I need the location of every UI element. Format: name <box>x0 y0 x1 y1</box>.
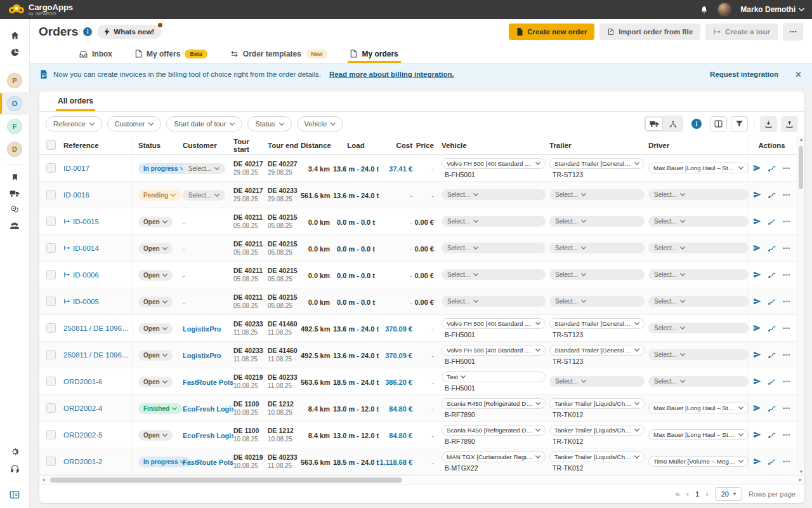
route-order-button[interactable] <box>768 431 776 439</box>
tab-my-offers[interactable]: My offersBeta <box>135 44 207 63</box>
sidebar-item-settings[interactable] <box>0 443 30 460</box>
prev-page-button[interactable]: ‹ <box>686 490 689 498</box>
vehicle-dropdown[interactable]: Volvo FH 500 [40t Standard Long Haul] <box>442 318 546 329</box>
status-chip[interactable]: Open <box>138 377 173 387</box>
import-order-button[interactable]: Import order from file <box>599 23 700 40</box>
vehicle-dropdown[interactable]: Scania R450 [Refrigerated Distribution] <box>442 425 546 436</box>
row-more-options-button[interactable]: ⋯ <box>783 324 791 333</box>
row-more-options-button[interactable]: ⋯ <box>783 351 791 359</box>
driver-select[interactable]: Select... <box>648 296 749 307</box>
order-reference-link[interactable]: ORD2002-5 <box>63 431 102 439</box>
trailer-select[interactable]: Select... <box>549 376 645 387</box>
order-reference-link[interactable]: ID-0014 <box>73 244 99 252</box>
filter-chip-start-date-of-tour[interactable]: Start date of tour <box>166 116 242 131</box>
row-more-options-button[interactable]: ⋯ <box>783 431 791 439</box>
orders-info-icon[interactable]: i <box>83 27 92 36</box>
select-all-checkbox[interactable] <box>46 140 56 150</box>
trailer-select[interactable]: Select... <box>549 296 645 307</box>
table-info-icon[interactable]: i <box>691 119 702 129</box>
send-order-button[interactable] <box>753 217 761 225</box>
driver-select[interactable]: Select... <box>648 189 749 200</box>
customer-link[interactable]: FastRoute Polska <box>183 458 233 466</box>
tab-inbox[interactable]: Inbox <box>79 44 112 63</box>
row-more-options-button[interactable]: ⋯ <box>783 190 791 199</box>
vehicle-select[interactable]: Select... <box>442 189 546 200</box>
vehicle-select[interactable]: Select... <box>442 243 546 253</box>
order-reference-link[interactable]: 250811 / DE 10969 - PL <box>63 324 133 332</box>
vehicle-dropdown[interactable]: MAN TGX [Curtainsider Regional] <box>442 451 546 462</box>
driver-dropdown[interactable]: Timo Müller [Volume – Mega Loads] <box>648 456 749 467</box>
status-chip[interactable]: Open <box>138 243 173 254</box>
columns-button[interactable] <box>710 116 727 132</box>
row-checkbox[interactable] <box>46 377 56 386</box>
sidebar-item-home[interactable] <box>0 27 30 44</box>
status-chip[interactable]: Open <box>138 430 173 441</box>
trailer-dropdown[interactable]: Tanker Trailer [Liquids/Chemicals] <box>549 398 645 409</box>
horizontal-scrollbar-thumb[interactable] <box>50 478 402 483</box>
cost-value[interactable]: 84.80 € <box>389 405 412 413</box>
cost-value[interactable]: 386.20 € <box>385 378 412 386</box>
order-reference-link[interactable]: ID-0015 <box>73 218 99 225</box>
upload-button[interactable] <box>781 116 798 132</box>
send-order-button[interactable] <box>753 457 761 465</box>
send-order-button[interactable] <box>753 431 761 439</box>
sidebar-item-team[interactable] <box>0 218 30 234</box>
sidebar-item-fleet[interactable] <box>0 185 30 201</box>
filter-button[interactable] <box>731 116 748 132</box>
order-reference-link[interactable]: ID-0006 <box>73 271 99 279</box>
vehicle-select[interactable]: Select... <box>442 216 546 227</box>
sidebar-item-reports[interactable] <box>0 44 30 61</box>
first-page-button[interactable]: « <box>675 490 679 498</box>
driver-select[interactable]: Select... <box>648 243 749 253</box>
row-more-options-button[interactable]: ⋯ <box>783 457 791 466</box>
customer-link[interactable]: EcoFresh Logistics <box>183 432 233 439</box>
route-order-button[interactable] <box>768 378 776 385</box>
order-reference-link[interactable]: 250811 / DE 10969 - PL <box>63 351 133 359</box>
sidebar-item-bookmarks[interactable] <box>0 169 30 185</box>
filter-chip-vehicle[interactable]: Vehicle <box>297 116 343 131</box>
row-more-options-button[interactable]: ⋯ <box>783 297 791 306</box>
driver-dropdown[interactable]: Max Bauer [Long Haul – Standard Cargo] <box>648 429 749 440</box>
sidebar-item-d-workspace[interactable]: D <box>0 138 30 161</box>
create-new-order-button[interactable]: Create new order <box>509 23 594 40</box>
order-reference-link[interactable]: ORD2001-6 <box>63 378 102 385</box>
row-checkbox[interactable] <box>46 403 56 413</box>
status-chip[interactable]: Open <box>138 350 173 361</box>
order-reference-link[interactable]: ORD2001-2 <box>63 458 102 465</box>
row-checkbox[interactable] <box>46 243 56 253</box>
driver-select[interactable]: Select... <box>648 349 749 360</box>
scroll-down-arrow[interactable]: ▼ <box>797 469 804 474</box>
order-reference-link[interactable]: ID-0017 <box>63 164 89 172</box>
trailer-dropdown[interactable]: Tanker Trailer [Liquids/Chemicals] <box>549 451 645 462</box>
status-chip[interactable]: Open <box>138 270 173 281</box>
status-chip[interactable]: Finished <box>138 403 182 414</box>
request-integration-button[interactable]: Request integration <box>710 70 778 78</box>
row-more-options-button[interactable]: ⋯ <box>783 244 791 253</box>
send-order-button[interactable] <box>753 297 761 305</box>
send-order-button[interactable] <box>753 271 761 279</box>
user-menu[interactable]: Marko Demothi <box>740 5 804 14</box>
filter-chip-reference[interactable]: Reference <box>46 116 102 131</box>
customer-link[interactable]: LogistixPro <box>183 352 221 359</box>
order-reference-link[interactable]: ORD2002-4 <box>63 404 102 412</box>
scroll-up-arrow[interactable]: ▲ <box>797 137 804 142</box>
row-checkbox[interactable] <box>46 297 56 306</box>
driver-select[interactable]: Select... <box>648 216 749 227</box>
route-order-button[interactable] <box>768 324 776 332</box>
vehicle-dropdown[interactable]: Test <box>442 371 546 382</box>
sidebar-item-p-workspace[interactable]: P <box>0 69 30 92</box>
sidebar-collapse-button[interactable] <box>0 486 30 503</box>
row-checkbox[interactable] <box>46 163 56 173</box>
status-chip[interactable]: Open <box>138 217 173 227</box>
trailer-select[interactable]: Select... <box>549 269 645 280</box>
rows-per-page-select[interactable]: 20 ▾ <box>715 487 742 501</box>
send-order-button[interactable] <box>753 377 761 385</box>
notifications-bell-icon[interactable] <box>700 5 709 14</box>
grouped-view-button[interactable] <box>664 117 682 131</box>
vehicle-select[interactable]: Select... <box>442 269 546 280</box>
scroll-left-arrow[interactable]: ◂ <box>42 477 45 483</box>
cost-value[interactable]: 37.41 € <box>389 165 412 173</box>
vertical-scrollbar-thumb[interactable] <box>799 146 803 189</box>
banner-close-icon[interactable]: ✕ <box>795 70 802 79</box>
route-order-button[interactable] <box>768 271 776 279</box>
